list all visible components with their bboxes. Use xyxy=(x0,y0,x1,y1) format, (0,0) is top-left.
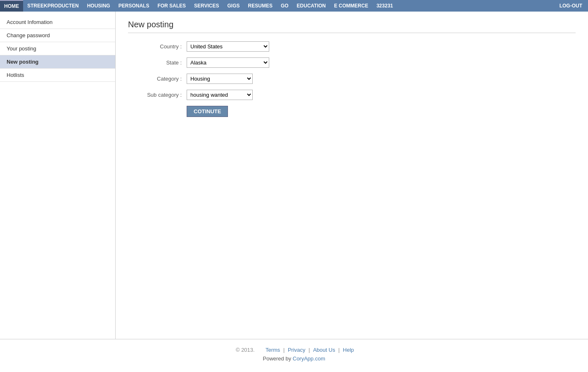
nav-item-streekproducten[interactable]: STREEKPRODUCTEN xyxy=(23,0,83,12)
country-label: Country : xyxy=(128,43,182,50)
country-select[interactable]: United StatesCanadaUnited KingdomAustral… xyxy=(187,41,269,52)
subcategory-row: Sub category : housing wantedhousing off… xyxy=(128,90,576,100)
category-label: Category : xyxy=(128,76,182,82)
nav-item-323231[interactable]: 323231 xyxy=(372,0,397,12)
powered-by: Powered by CoryApp.com xyxy=(0,355,588,362)
coryapp-link[interactable]: CoryApp.com xyxy=(293,355,325,362)
nav-item-go[interactable]: GO xyxy=(277,0,293,12)
nav-item-personals[interactable]: PERSONALS xyxy=(114,0,154,12)
sidebar-item-hotlists[interactable]: Hotlists xyxy=(0,69,115,82)
logout-button[interactable]: LOG-OUT xyxy=(554,0,588,12)
nav-item-housing[interactable]: HOUSING xyxy=(83,0,114,12)
subcategory-label: Sub category : xyxy=(128,92,182,98)
nav-item-education[interactable]: EDUCATION xyxy=(293,0,330,12)
submit-row: COTINUTE xyxy=(128,106,576,117)
state-row: State : AlaskaAlabamaArizonaArkansasCali… xyxy=(128,57,576,68)
state-select[interactable]: AlaskaAlabamaArizonaArkansasCaliforniaCo… xyxy=(187,57,269,68)
about-link[interactable]: About Us xyxy=(313,347,335,353)
terms-link[interactable]: Terms xyxy=(266,347,280,353)
nav-item-services[interactable]: SERVICES xyxy=(190,0,223,12)
nav-item-resumes[interactable]: RESUMES xyxy=(244,0,277,12)
state-label: State : xyxy=(128,60,182,66)
category-row: Category : HousingPersonalsFor SalesServ… xyxy=(128,74,576,84)
separator-1: | xyxy=(283,347,286,353)
country-row: Country : United StatesCanadaUnited King… xyxy=(128,41,576,52)
separator-2: | xyxy=(308,347,311,353)
copyright: © 2013. xyxy=(236,347,255,353)
page-footer: © 2013. Terms | Privacy | About Us | Hel… xyxy=(0,339,588,366)
subcategory-select[interactable]: housing wantedhousing offeredhousing swa… xyxy=(187,90,253,100)
help-link[interactable]: Help xyxy=(343,347,354,353)
page-title: New posting xyxy=(128,20,576,33)
sidebar-item-change-password[interactable]: Change password xyxy=(0,29,115,42)
nav-item-for-sales[interactable]: FOR SALES xyxy=(153,0,190,12)
sidebar-item-new-posting[interactable]: New posting xyxy=(0,55,115,69)
sidebar-item-your-posting[interactable]: Your posting xyxy=(0,42,115,55)
continue-button[interactable]: COTINUTE xyxy=(187,106,228,117)
sidebar: Account InfomationChange passwordYour po… xyxy=(0,12,116,339)
category-select[interactable]: HousingPersonalsFor SalesServicesJobs xyxy=(187,74,253,84)
separator-3: | xyxy=(338,347,341,353)
top-navigation: HOMESTREEKPRODUCTENHOUSINGPERSONALSFOR S… xyxy=(0,0,588,12)
footer-links: © 2013. Terms | Privacy | About Us | Hel… xyxy=(0,347,588,353)
nav-item-home[interactable]: HOME xyxy=(0,0,23,12)
privacy-link[interactable]: Privacy xyxy=(288,347,306,353)
nav-item-e-commerce[interactable]: E COMMERCE xyxy=(330,0,372,12)
nav-item-gigs[interactable]: GIGS xyxy=(223,0,244,12)
sidebar-item-account-infomation[interactable]: Account Infomation xyxy=(0,16,115,29)
main-content: New posting Country : United StatesCanad… xyxy=(116,12,588,339)
